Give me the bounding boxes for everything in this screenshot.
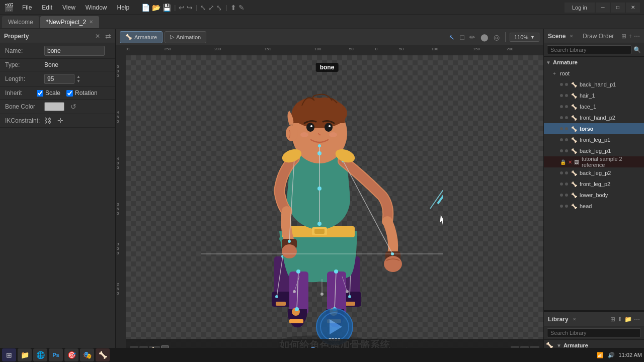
armature-mode-button[interactable]: 🦴 Armature — [120, 31, 163, 43]
toolbar-new-icon[interactable]: 📄 — [141, 4, 150, 12]
zoom-display[interactable]: 110% ▼ — [510, 33, 539, 42]
taskbar-files-button[interactable]: 📁 — [18, 348, 32, 361]
toolbar-sep1 — [505, 32, 506, 42]
close-button[interactable]: ✕ — [626, 3, 640, 13]
toolbar-undo-icon[interactable]: ↩ — [179, 4, 185, 12]
ruler-h-label-10: 200 — [507, 47, 513, 51]
bone-color-swatch[interactable] — [44, 102, 64, 111]
tab-newproject[interactable]: *NewProject_2 ✕ — [40, 16, 99, 28]
animation-mode-button[interactable]: ▷ Animation — [165, 31, 206, 43]
scene-more-icon[interactable]: ⋯ — [634, 33, 640, 40]
dot1 — [560, 171, 563, 174]
tree-front-leg-p2[interactable]: 🦴 front_leg_p2 — [544, 178, 644, 190]
tree-front-hand-p2[interactable]: 🦴 front_hand_p2 — [544, 112, 644, 123]
library-icon2[interactable]: ⬆ — [617, 316, 622, 323]
scene-close-icon[interactable]: ✕ — [570, 34, 574, 39]
inherit-label: Inherit — [5, 89, 33, 97]
name-input[interactable] — [44, 46, 105, 56]
bone-color-reset-icon[interactable]: ↺ — [70, 103, 76, 111]
scene-filter-icon[interactable]: ⊞ — [621, 33, 626, 40]
armature-expand-icon[interactable]: ▼ — [546, 60, 552, 65]
ruler-h-label-4: 100 — [314, 47, 321, 51]
tab-newproject-close[interactable]: ✕ — [89, 19, 93, 25]
tree-root[interactable]: + root — [544, 68, 644, 79]
taskbar-app5-button[interactable]: 🎭 — [80, 348, 94, 361]
scene-add-icon[interactable]: + — [628, 33, 632, 40]
zoom-dropdown-icon: ▼ — [530, 35, 535, 40]
type-value: Bone — [44, 61, 58, 68]
dot2 — [565, 138, 568, 141]
circle-tool-icon[interactable]: ⬤ — [479, 32, 490, 43]
svg-point-28 — [317, 222, 321, 226]
pen-tool-icon[interactable]: ✏ — [468, 32, 477, 43]
ruler-h-label-5: 50 — [349, 47, 354, 51]
tree-head[interactable]: 🦴 head — [544, 201, 644, 212]
taskbar-target-button[interactable]: 🎯 — [64, 348, 78, 361]
property-arrange-button[interactable]: ⇄ — [105, 32, 111, 40]
library-icon1[interactable]: ⊞ — [610, 316, 615, 323]
tree-back-leg-p2[interactable]: 🦴 back_leg_p2 — [544, 167, 644, 178]
ruler-v-0: 500 — [117, 64, 119, 77]
lib-armature-expand[interactable]: ▼ — [556, 343, 561, 348]
menu-edit[interactable]: Edit — [38, 3, 56, 12]
tree-tutorial-sample[interactable]: 🔒 ✕ 🖼 tutorial sample 2 reference — [544, 156, 644, 167]
toolbar-save-icon[interactable]: 💾 — [163, 4, 171, 12]
toolbar-extra1-icon[interactable]: ⤡ — [200, 4, 206, 12]
scale-label: Scale — [45, 89, 60, 97]
lock-icon[interactable]: 🔒 — [560, 159, 566, 165]
minimize-button[interactable]: ─ — [596, 3, 610, 13]
tree-hair-1[interactable]: 🦴 hair_1 — [544, 90, 644, 101]
maximize-button[interactable]: □ — [611, 3, 625, 13]
length-input[interactable] — [44, 74, 74, 84]
menu-window[interactable]: Window — [82, 3, 111, 12]
taskbar-rive-button[interactable]: 🦴 — [96, 348, 110, 361]
root-expand-icon[interactable]: + — [553, 71, 559, 76]
canvas[interactable]: bone — [126, 55, 543, 362]
tab-welcome[interactable]: Welcome — [2, 16, 39, 28]
library-close-icon[interactable]: ✕ — [573, 317, 577, 322]
toolbar-redo-icon[interactable]: ↪ — [187, 4, 193, 12]
length-down-arrow[interactable]: ▼ — [76, 79, 80, 83]
library-search-input[interactable] — [547, 328, 641, 337]
draw-order-title[interactable]: Draw Order — [583, 33, 614, 40]
ik-add-icon[interactable]: ✛ — [57, 117, 63, 125]
toolbar-import-icon[interactable]: ⬆ — [230, 4, 236, 12]
tree-front-leg-p1[interactable]: 🦴 front_leg_p1 — [544, 134, 644, 145]
property-close-button[interactable]: ✕ — [95, 33, 100, 40]
dot1 — [560, 94, 563, 97]
taskbar-ps-button[interactable]: Ps — [49, 348, 63, 361]
svg-point-21 — [329, 125, 331, 127]
taskbar-browser-button[interactable]: 🌐 — [33, 348, 47, 361]
front-leg-p1-label: front_leg_p1 — [580, 137, 610, 143]
taskbar-start-button[interactable]: ⊞ — [2, 348, 16, 361]
scale-checkbox[interactable] — [37, 90, 43, 97]
scene-search-icon[interactable]: 🔍 — [633, 46, 641, 53]
tree-lower-body[interactable]: 🦴 lower_body — [544, 190, 644, 201]
cursor-tool-icon[interactable]: ↖ — [447, 32, 456, 43]
tree-face-1[interactable]: 🦴 face_1 — [544, 101, 644, 112]
tree-torso[interactable]: 🦴 torso — [544, 123, 644, 134]
library-icon3[interactable]: 📁 — [624, 316, 632, 323]
tree-back-hand-p1[interactable]: 🦴 back_hand_p1 — [544, 79, 644, 90]
toolbar-extra3-icon[interactable]: ⤣ — [216, 4, 222, 12]
toolbar-extra2-icon[interactable]: ⤢ — [208, 4, 214, 12]
rotation-checkbox[interactable] — [66, 90, 73, 97]
back-leg-p1-label: back_leg_p1 — [580, 148, 611, 154]
scene-search-input[interactable] — [547, 45, 631, 54]
tutorial-sample-label: tutorial sample 2 reference — [582, 156, 642, 168]
toolbar-open-icon[interactable]: 📂 — [152, 4, 160, 12]
box-tool-icon[interactable]: □ — [458, 32, 465, 43]
lower-body-label: lower_body — [580, 192, 608, 198]
tree-armature[interactable]: ▼ Armature — [544, 57, 644, 68]
menu-file[interactable]: File — [18, 3, 36, 12]
dot1 — [560, 194, 563, 197]
tree-back-leg-p1[interactable]: 🦴 back_leg_p1 — [544, 145, 644, 156]
length-up-arrow[interactable]: ▲ — [76, 75, 80, 79]
circle2-tool-icon[interactable]: ◎ — [492, 32, 501, 43]
login-button[interactable]: Log in — [565, 3, 595, 13]
toolbar-export-icon[interactable]: ✎ — [238, 4, 245, 12]
menu-help[interactable]: Help — [113, 3, 134, 12]
menu-view[interactable]: View — [58, 3, 79, 12]
ik-chain-icon[interactable]: ⛓ — [44, 117, 51, 125]
library-more-icon[interactable]: ⋯ — [634, 316, 640, 323]
